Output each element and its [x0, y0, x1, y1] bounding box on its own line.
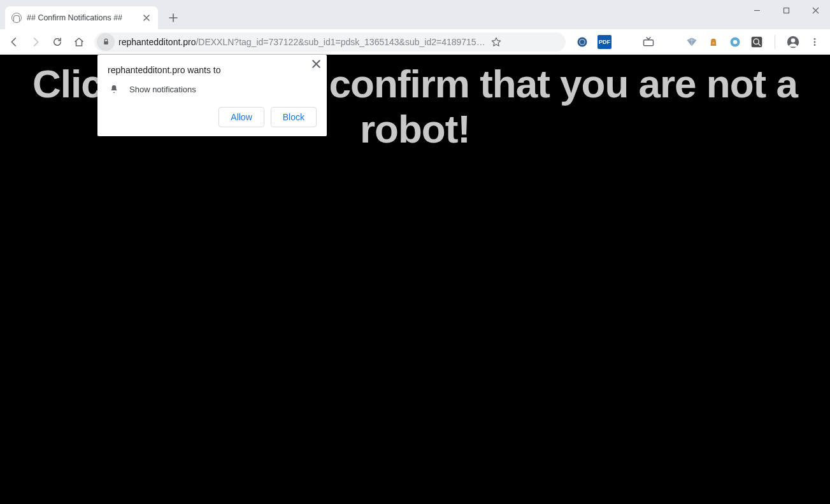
svg-point-12 [814, 38, 816, 40]
home-button[interactable] [69, 32, 89, 52]
search-extension-icon[interactable] [750, 36, 763, 48]
back-button[interactable] [4, 32, 24, 52]
tab-title: ## Confirm Notifications ## [27, 13, 122, 22]
bag-extension-icon[interactable] [707, 36, 720, 48]
window-titlebar: ## Confirm Notifications ## [0, 0, 830, 29]
popup-title: rephantedditont.pro wants to [108, 65, 317, 75]
popup-actions: Allow Block [108, 107, 317, 127]
svg-point-13 [814, 41, 816, 43]
window-minimize-button[interactable] [742, 0, 771, 20]
diamond-extension-icon[interactable] [685, 36, 698, 48]
svg-point-7 [733, 39, 738, 44]
window-close-button[interactable] [801, 0, 830, 20]
lock-icon[interactable] [97, 33, 115, 51]
svg-rect-1 [104, 41, 108, 45]
reload-button[interactable] [47, 32, 68, 52]
menu-icon[interactable] [808, 36, 821, 48]
forward-button[interactable] [25, 32, 46, 52]
window-maximize-button[interactable] [771, 0, 801, 20]
svg-point-2 [578, 37, 587, 46]
url-path: /DEXXLN?tag_id=737122&sub_id1=pdsk_13651… [196, 37, 485, 47]
extensions-area: PDF [571, 35, 826, 49]
svg-rect-8 [752, 36, 762, 47]
profile-avatar-icon[interactable] [787, 36, 799, 48]
notification-permission-popup: rephantedditont.pro wants to Show notifi… [97, 55, 327, 136]
url-host: rephantedditont.pro [118, 37, 196, 47]
allow-button[interactable]: Allow [218, 107, 264, 127]
pdf-extension-icon[interactable]: PDF [597, 35, 612, 49]
window-controls [742, 0, 830, 20]
swirl-extension-icon[interactable] [576, 36, 589, 48]
new-tab-button[interactable] [164, 9, 182, 27]
close-tab-icon[interactable] [141, 13, 152, 23]
bell-icon [109, 84, 119, 94]
browser-tab[interactable]: ## Confirm Notifications ## [5, 6, 158, 29]
svg-point-14 [814, 44, 816, 46]
tv-extension-icon[interactable] [642, 36, 655, 48]
svg-rect-0 [783, 8, 789, 13]
toolbar-divider [775, 35, 775, 49]
block-button[interactable]: Block [271, 107, 317, 127]
popup-close-icon[interactable] [312, 60, 320, 68]
globe-icon [11, 13, 22, 23]
donut-extension-icon[interactable] [729, 36, 741, 48]
popup-body-row: Show notifications [108, 84, 317, 94]
svg-point-5 [713, 42, 715, 44]
browser-toolbar: rephantedditont.pro /DEXXLN?tag_id=73712… [0, 29, 830, 55]
svg-rect-4 [644, 39, 654, 45]
address-bar[interactable]: rephantedditont.pro /DEXXLN?tag_id=73712… [94, 32, 566, 52]
popup-body-text: Show notifications [129, 85, 196, 94]
bookmark-star-icon[interactable] [490, 36, 502, 48]
svg-point-11 [791, 38, 796, 43]
tab-strip: ## Confirm Notifications ## [0, 0, 182, 29]
pdf-extension-label: PDF [599, 39, 610, 45]
